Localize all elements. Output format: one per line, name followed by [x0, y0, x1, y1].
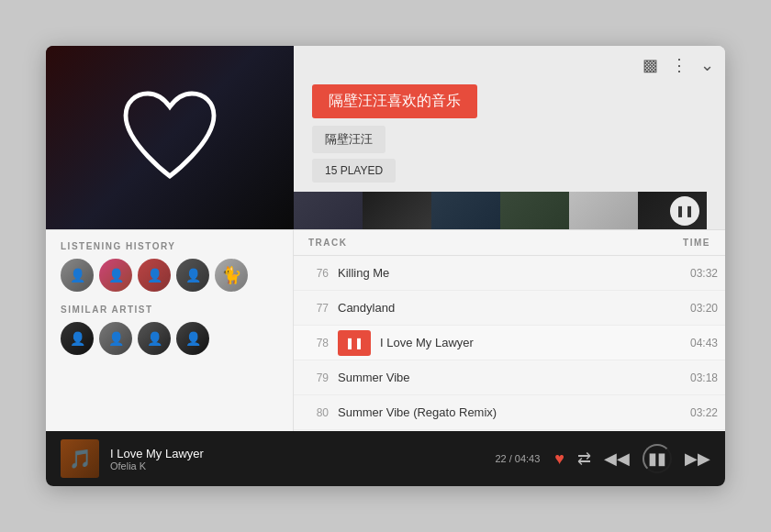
middle-area: LISTENING HISTORY 👤 👤 👤 👤 🐈 SIMILAR ARTI… [46, 229, 725, 431]
track-time-78: 04:43 [672, 337, 718, 349]
prev-button[interactable]: ◀◀ [604, 449, 630, 469]
info-section: ▩ ⋮ ⌄ 隔壁汪汪喜欢的音乐 隔壁汪汪 15 PLAYED ❚❚ [294, 46, 725, 229]
track-row[interactable]: 76 Killing Me 03:32 [294, 256, 725, 291]
avatar-lh-5[interactable]: 🐈 [215, 259, 248, 292]
top-area: ▩ ⋮ ⌄ 隔壁汪汪喜欢的音乐 隔壁汪汪 15 PLAYED ❚❚ [46, 46, 725, 229]
bar-chart-icon[interactable]: ▩ [642, 55, 658, 75]
track-name-78: I Love My Lawyer [380, 336, 672, 349]
shuffle-button[interactable]: ⇄ [577, 449, 591, 469]
track-row[interactable]: 77 Candyland 03:20 [294, 291, 725, 326]
bottom-bar: 🎵 I Love My Lawyer Ofelia K 22 / 04:43 ♥… [46, 431, 725, 486]
track-num-77: 77 [301, 302, 338, 315]
cover-bg [46, 46, 294, 229]
avatar-sa-2[interactable]: 👤 [99, 322, 132, 355]
thumb-1[interactable] [294, 192, 363, 229]
track-time-77: 03:20 [672, 302, 718, 315]
track-time-79: 03:18 [672, 371, 718, 384]
avatar-sa-3[interactable]: 👤 [138, 322, 171, 355]
pause-button[interactable]: ▮▮ [642, 444, 672, 473]
header-time: TIME [665, 238, 710, 248]
track-name-79: Summer Vibe [338, 371, 672, 384]
header-actions: ▩ ⋮ ⌄ [294, 46, 725, 84]
avatar-lh-2[interactable]: 👤 [99, 259, 132, 292]
track-time-76: 03:32 [672, 267, 718, 280]
avatar-lh-1[interactable]: 👤 [61, 259, 94, 292]
track-list-header: TRACK TIME [294, 230, 725, 256]
player-controls: ♥ ⇄ ◀◀ ▮▮ ▶▶ [554, 444, 710, 473]
cover-section [46, 46, 294, 229]
track-name-77: Candyland [338, 301, 672, 315]
track-num-80: 80 [301, 406, 338, 419]
avatar-sa-1[interactable]: 👤 [61, 322, 94, 355]
avatar-sa-4[interactable]: 👤 [176, 322, 209, 355]
header-track: TRACK [308, 238, 665, 248]
player-window: ▩ ⋮ ⌄ 隔壁汪汪喜欢的音乐 隔壁汪汪 15 PLAYED ❚❚ [46, 46, 725, 486]
more-vert-icon[interactable]: ⋮ [671, 55, 687, 75]
thumb-2[interactable] [363, 192, 431, 229]
track-pause-button[interactable]: ❚❚ [338, 330, 371, 356]
played-badge: 15 PLAYED [312, 159, 396, 183]
heart-button[interactable]: ♥ [554, 449, 564, 469]
thumb-5[interactable] [569, 192, 638, 229]
thumb-6[interactable]: ❚❚ [638, 192, 707, 229]
listening-history-label: LISTENING HISTORY [61, 241, 278, 251]
similar-artist-avatars: 👤 👤 👤 👤 [61, 322, 278, 355]
track-list: 76 Killing Me 03:32 77 Candyland 03:20 7… [294, 256, 725, 431]
heart-icon-large [115, 83, 225, 193]
now-playing-info: I Love My Lawyer Ofelia K [110, 447, 484, 471]
track-num-78: 78 [301, 337, 338, 349]
track-name-80: Summer Vibe (Regato Remix) [338, 405, 672, 419]
thumb-pause-overlay[interactable]: ❚❚ [670, 196, 699, 226]
next-button[interactable]: ▶▶ [685, 449, 710, 469]
thumb-4[interactable] [500, 192, 569, 229]
track-name-76: Killing Me [338, 266, 672, 280]
track-time-80: 03:22 [672, 406, 718, 419]
track-list-panel: TRACK TIME 76 Killing Me 03:32 77 Candyl… [294, 230, 725, 431]
left-panel: LISTENING HISTORY 👤 👤 👤 👤 🐈 SIMILAR ARTI… [46, 230, 294, 431]
track-row[interactable]: 79 Summer Vibe 03:18 [294, 360, 725, 395]
now-playing-thumb: 🎵 [61, 439, 99, 478]
track-num-79: 79 [301, 371, 338, 384]
avatar-lh-4[interactable]: 👤 [176, 259, 209, 292]
thumbnail-strip: ❚❚ [294, 192, 725, 229]
chevron-down-icon[interactable]: ⌄ [700, 55, 714, 75]
thumb-3[interactable] [431, 192, 500, 229]
similar-artist-label: SIMILAR ARTIST [61, 305, 278, 315]
track-row-active[interactable]: 78 ❚❚ I Love My Lawyer 04:43 [294, 326, 725, 360]
playlist-author: 隔壁汪汪 [312, 126, 386, 153]
progress-time: 22 / 04:43 [495, 453, 540, 464]
now-playing-artist: Ofelia K [110, 460, 484, 471]
listening-history-avatars: 👤 👤 👤 👤 🐈 [61, 259, 278, 292]
avatar-lh-3[interactable]: 👤 [138, 259, 171, 292]
now-playing-title: I Love My Lawyer [110, 447, 484, 460]
track-row[interactable]: 80 Summer Vibe (Regato Remix) 03:22 [294, 395, 725, 430]
playlist-title: 隔壁汪汪喜欢的音乐 [312, 84, 477, 118]
track-num-76: 76 [301, 267, 338, 280]
